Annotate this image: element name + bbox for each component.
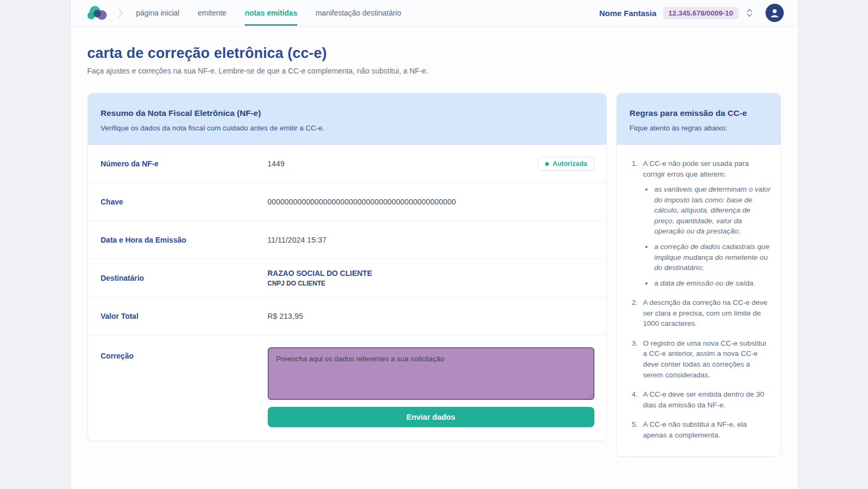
rule-text: A CC-e não pode ser usada para corrigir … — [643, 159, 749, 178]
nav-item-manifestacao-destinatario[interactable]: manifestação destinatário — [315, 0, 401, 26]
emission-label: Data e Hora da Emissão — [101, 236, 268, 244]
company-name: Nome Fantasia — [599, 9, 657, 18]
summary-card-subtitle: Verifique os dados da nota fiscal com cu… — [101, 124, 593, 132]
total-value: R$ 213,95 — [268, 312, 594, 320]
rules-card-header: Regras para emissão da CC-e Fique atento… — [617, 93, 781, 145]
chave-value: 0000000000000000000000000000000000000000… — [268, 198, 594, 206]
nav-menu: página inicial emitente notas emitidas m… — [136, 0, 401, 26]
rule-bullet: as variáveis que determinam o valor do i… — [653, 184, 771, 237]
nav-item-emitente[interactable]: emitente — [197, 0, 226, 26]
rule-item: O registro de uma nova CC-e substitui a … — [640, 338, 771, 380]
correction-textarea[interactable] — [268, 347, 594, 400]
rules-card-subtitle: Fique atento às regras abaixo: — [630, 124, 768, 132]
main-content: carta de correção eletrônica (cc-e) Faça… — [71, 26, 798, 457]
nav-right: Nome Fantasia 12.345.678/0009-10 — [599, 4, 784, 22]
app-logo[interactable] — [86, 4, 109, 21]
chave-label: Chave — [101, 198, 268, 206]
company-cnpj-badge[interactable]: 12.345.678/0009-10 — [663, 7, 739, 19]
rule-item: A descrição da correção na CC-e deve ser… — [640, 297, 771, 329]
rule-sub-bullets: as variáveis que determinam o valor do i… — [643, 184, 771, 288]
cloud-logo-icon — [86, 4, 109, 21]
total-label: Valor Total — [101, 312, 268, 320]
nav-left: página inicial emitente notas emitidas m… — [86, 0, 401, 26]
status-badge: Autorizada — [538, 157, 594, 171]
content-row: Resumo da Nota Fiscal Eletrônica (NF-e) … — [87, 93, 781, 457]
submit-button[interactable]: Enviar dados — [268, 407, 594, 427]
app-container: página inicial emitente notas emitidas m… — [71, 0, 798, 489]
correction-area: Enviar dados — [268, 347, 594, 427]
recipient-label: Destinatário — [101, 274, 268, 282]
row-emission-datetime: Data e Hora da Emissão 11/11/2024 15:37 — [88, 221, 606, 259]
summary-card-title: Resumo da Nota Fiscal Eletrônica (NF-e) — [101, 108, 593, 118]
row-nfe-number: Número da NF-e 1449 Autorizada — [88, 145, 606, 183]
breadcrumb-chevron-icon — [117, 8, 124, 18]
recipient-value: RAZAO SOCIAL DO CLIENTE CNPJ DO CLIENTE — [268, 269, 594, 287]
rules-card: Regras para emissão da CC-e Fique atento… — [616, 93, 781, 457]
rule-item: A CC-e não substitui a NF-e, ela apenas … — [640, 419, 771, 440]
nav-item-notas-emitidas[interactable]: notas emitidas — [245, 0, 297, 26]
rule-bullet: a correção de dados cadastrais que impli… — [653, 242, 771, 273]
status-badge-label: Autorizada — [553, 160, 587, 167]
row-total-value: Valor Total R$ 213,95 — [88, 297, 606, 335]
top-nav: página inicial emitente notas emitidas m… — [71, 0, 798, 26]
rules-card-title: Regras para emissão da CC-e — [630, 108, 768, 118]
nfe-number-label: Número da NF-e — [101, 159, 268, 168]
nav-item-pagina-inicial[interactable]: página inicial — [136, 0, 180, 26]
row-chave: Chave 0000000000000000000000000000000000… — [88, 183, 606, 221]
row-correction: Correção Enviar dados — [88, 335, 606, 441]
page-title: carta de correção eletrônica (cc-e) — [87, 45, 781, 62]
user-avatar[interactable] — [766, 4, 784, 22]
person-icon — [769, 7, 781, 19]
page-subtitle: Faça ajustes e correções na sua NF-e. Le… — [87, 67, 781, 75]
recipient-doc: CNPJ DO CLIENTE — [268, 280, 594, 287]
rule-item: A CC-e não pode ser usada para corrigir … — [640, 158, 771, 288]
rules-body: A CC-e não pode ser usada para corrigir … — [617, 145, 781, 456]
recipient-name: RAZAO SOCIAL DO CLIENTE — [268, 269, 594, 278]
rule-bullet: a data de emissão ou de saída. — [653, 278, 771, 289]
nfe-number-value: 1449 — [268, 159, 538, 168]
rule-item: A CC-e deve ser emitida dentro de 30 dia… — [640, 389, 771, 410]
summary-card-header: Resumo da Nota Fiscal Eletrônica (NF-e) … — [88, 93, 606, 145]
nfe-summary-card: Resumo da Nota Fiscal Eletrônica (NF-e) … — [87, 93, 607, 441]
correction-label: Correção — [101, 347, 268, 360]
rules-list: A CC-e não pode ser usada para corrigir … — [629, 158, 771, 440]
status-dot-icon — [545, 162, 549, 166]
row-recipient: Destinatário RAZAO SOCIAL DO CLIENTE CNP… — [88, 259, 606, 297]
emission-value: 11/11/2024 15:37 — [268, 236, 594, 244]
company-switcher-icon[interactable] — [746, 8, 753, 18]
